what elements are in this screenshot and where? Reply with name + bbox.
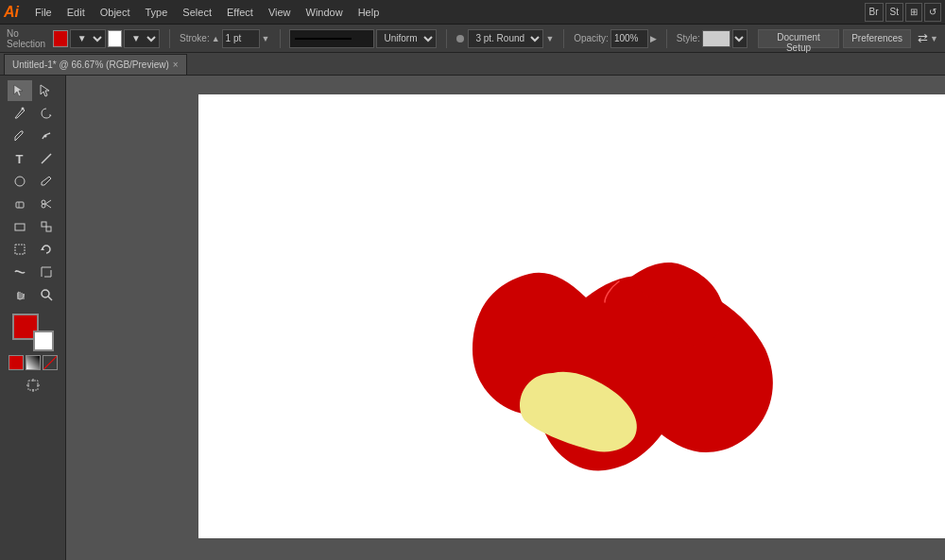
brush-group: 3 pt. Round ▼ <box>454 29 557 48</box>
rotate-tool[interactable] <box>34 239 59 260</box>
color-section <box>5 310 61 374</box>
fill-select[interactable]: ▼ <box>70 29 106 48</box>
tool-row-4: T <box>0 147 65 170</box>
sync-icon[interactable]: ↺ <box>924 3 941 22</box>
svg-rect-19 <box>28 381 38 390</box>
separator4 <box>563 29 564 48</box>
arrange-icon[interactable]: ⇄ <box>918 31 928 45</box>
menu-effect[interactable]: Effect <box>220 5 260 20</box>
menu-type[interactable]: Type <box>139 5 175 20</box>
stroke-down-icon[interactable]: ▼ <box>262 34 270 43</box>
svg-point-2 <box>21 108 24 110</box>
menu-file[interactable]: File <box>28 5 59 20</box>
svg-point-5 <box>15 177 25 186</box>
menu-object[interactable]: Object <box>94 5 137 20</box>
color-mode-icons <box>9 355 58 370</box>
stroke-color-box[interactable] <box>33 331 54 351</box>
type-tool[interactable]: T <box>8 148 32 169</box>
zoom-tool[interactable] <box>34 284 59 305</box>
selection-group: No Selection ▼ ▼ <box>4 28 163 49</box>
svg-rect-13 <box>42 222 46 227</box>
document-tab[interactable]: Untitled-1* @ 66.67% (RGB/Preview) × <box>4 54 187 75</box>
line-tool[interactable] <box>34 148 59 169</box>
stroke-group: Stroke: ▲ ▼ <box>177 29 273 48</box>
workspace-icon[interactable]: ⊞ <box>905 3 922 22</box>
fill-color-swatch[interactable] <box>53 30 67 47</box>
stock-icon[interactable]: St <box>885 3 903 22</box>
direct-selection-tool[interactable] <box>34 80 59 101</box>
menu-bar: Ai File Edit Object Type Select Effect V… <box>0 0 945 25</box>
bridge-icon[interactable]: Br <box>865 3 884 22</box>
hand-tool[interactable] <box>8 284 32 305</box>
pen-tool[interactable] <box>8 103 32 124</box>
scissors-tool[interactable] <box>34 194 59 214</box>
opacity-more-icon[interactable]: ▶ <box>650 34 657 43</box>
svg-rect-14 <box>46 227 51 231</box>
svg-marker-0 <box>14 85 23 96</box>
artboard-tool[interactable] <box>21 375 45 396</box>
tool-row-10 <box>0 283 65 306</box>
opacity-label: Opacity: <box>574 33 609 43</box>
tool-row-5 <box>0 170 65 193</box>
lasso-tool[interactable] <box>34 103 59 124</box>
brush-select[interactable]: 3 pt. Round <box>468 29 543 48</box>
shape-builder-tool[interactable] <box>34 216 59 237</box>
canvas-area[interactable] <box>66 76 945 560</box>
svg-marker-16 <box>41 247 44 250</box>
stroke-up-icon[interactable]: ▲ <box>212 34 220 43</box>
stroke-swatch[interactable] <box>108 30 122 47</box>
menu-help[interactable]: Help <box>352 5 387 20</box>
svg-line-10 <box>45 200 51 204</box>
tab-title: Untitled-1* @ 66.67% (RGB/Preview) <box>12 59 169 70</box>
menu-edit[interactable]: Edit <box>60 5 92 20</box>
svg-marker-1 <box>41 85 49 96</box>
artwork <box>198 94 945 538</box>
warp-tool[interactable] <box>8 262 32 282</box>
gradient-mode-icon[interactable] <box>26 355 41 370</box>
svg-line-4 <box>42 154 51 163</box>
arrange-down-icon[interactable]: ▼ <box>930 34 938 43</box>
stroke-select[interactable]: ▼ <box>124 29 160 48</box>
pencil-tool[interactable] <box>8 126 32 146</box>
menu-view[interactable]: View <box>262 5 298 20</box>
separator5 <box>666 29 667 48</box>
brush-icon <box>456 35 464 42</box>
smooth-tool[interactable] <box>34 126 59 146</box>
brush-expand-icon[interactable]: ▼ <box>545 34 554 43</box>
style-select[interactable]: ▼ <box>732 29 747 48</box>
tool-row-7 <box>0 215 65 238</box>
style-label: Style: <box>677 33 700 43</box>
style-preview[interactable] <box>702 30 730 47</box>
stroke-style-group: Uniform <box>286 29 439 48</box>
opacity-input[interactable] <box>610 29 648 48</box>
rectangle-tool[interactable] <box>8 216 32 237</box>
tab-close-button[interactable]: × <box>173 59 179 70</box>
color-mode-icon[interactable] <box>9 355 24 370</box>
stroke-type-select[interactable]: Uniform <box>376 29 437 48</box>
stroke-line-preview[interactable] <box>289 29 374 48</box>
document-setup-button[interactable]: Document Setup <box>758 29 839 48</box>
preferences-button[interactable]: Preferences <box>843 29 911 48</box>
paintbrush-tool[interactable] <box>34 171 59 192</box>
menu-window[interactable]: Window <box>300 5 350 20</box>
svg-rect-15 <box>15 245 25 254</box>
tool-row-9 <box>0 261 65 283</box>
eraser-tool[interactable] <box>8 194 32 214</box>
tool-row-2 <box>0 102 65 125</box>
extra-tool-row <box>0 374 65 397</box>
artboard <box>198 94 945 538</box>
main-area: T <box>0 76 945 560</box>
ellipse-tool[interactable] <box>8 171 32 192</box>
selection-tool[interactable] <box>8 80 32 101</box>
stroke-label: Stroke: <box>180 33 210 43</box>
tool-row-3 <box>0 125 65 147</box>
menu-select[interactable]: Select <box>176 5 218 20</box>
svg-rect-12 <box>15 224 25 230</box>
scale-tool[interactable] <box>34 262 59 282</box>
free-transform-tool[interactable] <box>8 239 32 260</box>
svg-point-17 <box>42 290 49 297</box>
stroke-value-input[interactable] <box>222 29 260 48</box>
opacity-group: Opacity: ▶ <box>571 29 660 48</box>
separator2 <box>280 29 281 48</box>
none-mode-icon[interactable] <box>43 355 58 370</box>
